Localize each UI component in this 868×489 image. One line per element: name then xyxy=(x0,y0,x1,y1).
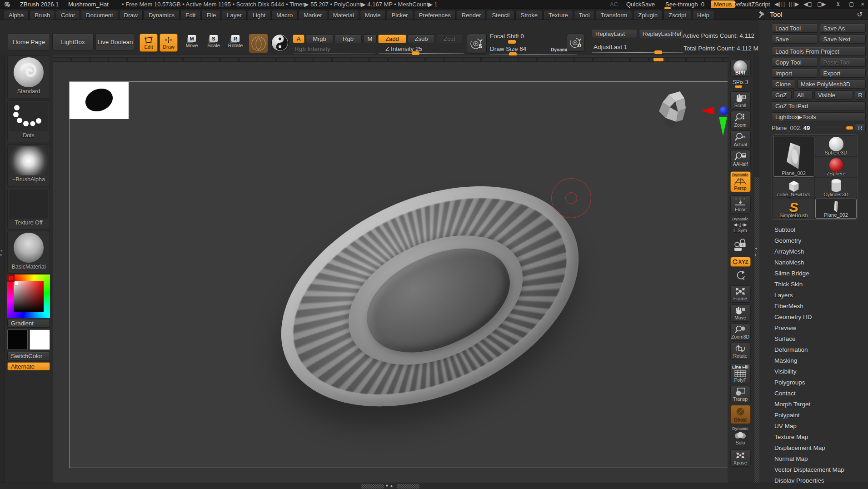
refresh-icon[interactable]: ↺ xyxy=(857,10,863,19)
main-color-swatch[interactable] xyxy=(7,329,28,350)
menu-item[interactable]: Edit xyxy=(180,10,200,20)
menu-item[interactable]: Zplugin xyxy=(633,10,663,20)
rotate-z-button[interactable]: z xyxy=(730,269,751,282)
menu-item[interactable]: Preferences xyxy=(414,10,456,20)
menu-item[interactable]: File xyxy=(201,10,221,20)
frame-button[interactable]: Frame xyxy=(730,285,751,303)
menu-item[interactable]: Zscript xyxy=(663,10,691,20)
focal-shift-handle[interactable] xyxy=(508,40,516,44)
current-tool-thumbnail[interactable]: Plane_002 xyxy=(773,136,814,177)
current-brush-button[interactable] xyxy=(249,34,268,53)
replay-last-rel-button[interactable]: ReplayLastRel xyxy=(639,29,683,38)
stroke-flyout-button[interactable]: S xyxy=(467,34,487,54)
tool-section-item[interactable]: FiberMesh xyxy=(772,301,866,312)
zadd-button[interactable]: Zadd xyxy=(378,35,406,43)
viewport-canvas[interactable] xyxy=(53,55,728,483)
tool-section-item[interactable]: Thick Skin xyxy=(772,279,866,290)
adjust-last-track[interactable] xyxy=(592,52,683,53)
adjust-last-handle[interactable] xyxy=(654,50,662,54)
tool-section-item[interactable]: ArrayMesh xyxy=(772,246,866,257)
ghost-button[interactable]: Ghost xyxy=(730,405,751,424)
active-tool-track[interactable] xyxy=(812,128,844,128)
color-cursor[interactable] xyxy=(15,282,18,285)
goz-visible-button[interactable]: Visible xyxy=(814,90,853,100)
menu-item[interactable]: Tool xyxy=(574,10,595,20)
transp-button[interactable]: Transp xyxy=(730,386,751,403)
menu-item[interactable]: Draw xyxy=(119,10,143,20)
menu-item[interactable]: Material xyxy=(328,10,359,20)
tool-thumb-cube[interactable]: cube_NewUVs xyxy=(773,178,814,198)
rgb-button[interactable]: Rgb xyxy=(334,35,362,43)
material-selector[interactable]: BasicMaterial xyxy=(7,231,50,274)
rotate3d-button[interactable]: Rotate xyxy=(730,343,751,360)
a-toggle-button[interactable]: A xyxy=(293,35,304,43)
tool-section-item[interactable]: Polypaint xyxy=(772,410,866,421)
tool-section-item[interactable]: Visibility xyxy=(772,366,866,377)
tool-section-item[interactable]: Geometry xyxy=(772,235,866,246)
local-symmetry-button[interactable]: L.Sym xyxy=(730,221,751,234)
tool-section-item[interactable]: Layers xyxy=(772,290,866,301)
divider-arrow-left[interactable]: ◂ xyxy=(755,246,757,250)
home-page-button[interactable]: Home Page xyxy=(8,33,50,50)
document-area[interactable] xyxy=(69,81,728,468)
m-button[interactable]: M xyxy=(363,35,377,43)
zoom3d-button[interactable]: Zoom3D xyxy=(730,324,751,341)
current-color-swatch[interactable] xyxy=(7,274,15,282)
z-axis-dot-icon[interactable] xyxy=(719,106,728,115)
menu-item[interactable]: Light xyxy=(248,10,270,20)
clone-button[interactable]: Clone xyxy=(772,80,795,89)
save-button[interactable]: Save xyxy=(772,35,818,44)
menu-item[interactable]: Dynamics xyxy=(144,10,180,20)
tool-section-item[interactable]: UV Map xyxy=(772,421,866,432)
menu-item[interactable]: Transform xyxy=(596,10,633,20)
alpha-selector[interactable]: ~BrushAlpha xyxy=(7,145,50,186)
actual-button[interactable]: x1 Actual xyxy=(730,130,751,149)
menu-item[interactable]: Render xyxy=(457,10,486,20)
save-next-button[interactable]: Save Next xyxy=(820,35,866,44)
tool-thumb-plane002[interactable]: Plane_002 xyxy=(815,199,857,219)
menus-button[interactable]: Menus xyxy=(711,0,735,8)
goz-r-button[interactable]: R xyxy=(855,90,866,100)
strip-marker[interactable] xyxy=(653,58,663,61)
tool-section-item[interactable]: Slime Bridge xyxy=(772,268,866,279)
draw-size-track[interactable] xyxy=(489,54,577,55)
spix-slider[interactable]: SPix 3 xyxy=(730,79,751,89)
spix-handle[interactable] xyxy=(735,85,742,88)
draw-button[interactable]: Draw xyxy=(160,34,178,52)
xyz-symmetry-button[interactable]: XYZ xyxy=(730,257,751,267)
tray-collapse-left-icon[interactable]: ◀∣∣∣ xyxy=(774,1,785,7)
zoom-button[interactable]: Zoom xyxy=(730,111,751,129)
live-boolean-button[interactable]: Live Boolean xyxy=(95,33,135,50)
dock-right-icon[interactable]: ▢▶ xyxy=(817,1,826,7)
default-zscript-button[interactable]: DefaultZScript xyxy=(733,1,770,8)
color-picker[interactable] xyxy=(7,274,50,318)
make-polymesh3d-button[interactable]: Make PolyMesh3D xyxy=(797,80,866,89)
zcut-button[interactable]: Zcut xyxy=(436,35,463,43)
menu-item[interactable]: Brush xyxy=(30,10,55,20)
scroll-button[interactable]: Scroll xyxy=(730,91,751,110)
menu-item[interactable]: Color xyxy=(56,10,80,20)
menu-item[interactable]: Picker xyxy=(387,10,413,20)
polyframe-button[interactable]: Line Fill PolyF xyxy=(730,363,751,384)
z-intensity-track[interactable] xyxy=(379,53,464,54)
move3d-button[interactable]: Move xyxy=(730,304,751,322)
active-tool-slider[interactable]: Plane_002. 49 R xyxy=(772,123,866,132)
tool-section-item[interactable]: Vector Displacement Map xyxy=(772,464,866,475)
solo-button[interactable]: Solo xyxy=(730,431,751,446)
menu-item[interactable]: Marker xyxy=(299,10,327,20)
paste-tool-button[interactable]: Paste Tool xyxy=(820,58,866,67)
tray-collapse-right-icon[interactable]: ∣∣∣▶ xyxy=(788,1,798,7)
tool-section-item[interactable]: Masking xyxy=(772,355,866,366)
goz-to-ipad-button[interactable]: GoZ To iPad xyxy=(772,101,866,110)
current-material-button[interactable] xyxy=(271,34,289,51)
saturation-value-square[interactable] xyxy=(14,281,44,312)
goz-button[interactable]: GoZ xyxy=(772,90,792,100)
export-button[interactable]: Export xyxy=(820,69,866,78)
tool-section-item[interactable]: Geometry HD xyxy=(772,312,866,323)
copy-tool-button[interactable]: Copy Tool xyxy=(772,58,818,67)
camera-lock-button[interactable]: c xyxy=(730,238,751,253)
minimize-icon[interactable]: ⊻ xyxy=(836,1,840,7)
menu-item[interactable]: Help xyxy=(692,10,714,20)
x-axis-arrow-icon[interactable] xyxy=(701,107,714,115)
tool-section-item[interactable]: Normal Map xyxy=(772,454,866,464)
